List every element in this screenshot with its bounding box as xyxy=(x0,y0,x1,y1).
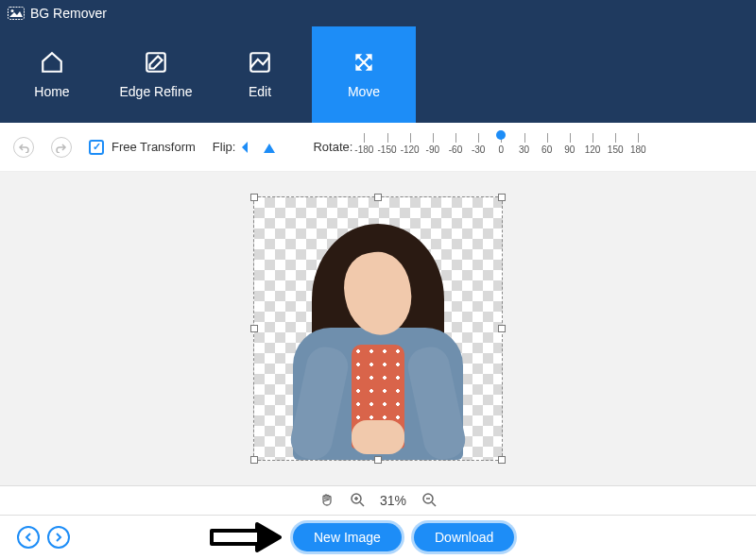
rotate-tick-label: -60 xyxy=(449,144,462,155)
subject-image xyxy=(293,214,463,460)
resize-handle[interactable] xyxy=(250,456,258,464)
button-label: Download xyxy=(435,530,493,545)
free-transform-label: Free Transform xyxy=(112,140,196,154)
button-label: New Image xyxy=(314,530,381,545)
resize-handle[interactable] xyxy=(374,456,382,464)
rotate-slider-handle[interactable] xyxy=(496,130,506,140)
rotate-tick-label: 60 xyxy=(541,144,552,155)
rotate-tick-label: 90 xyxy=(564,144,575,155)
flip-vertical-icon xyxy=(262,140,277,155)
rotate-tick-label: -90 xyxy=(426,144,439,155)
redo-button[interactable] xyxy=(51,137,72,158)
edge-refine-icon xyxy=(144,50,168,75)
flip-label: Flip: xyxy=(213,140,236,154)
rotate-tick-label: -180 xyxy=(354,144,373,155)
rotate-tick-label: 120 xyxy=(585,144,601,155)
rotate-tick-label: -30 xyxy=(472,144,485,155)
footer: New Image Download xyxy=(0,516,756,559)
zoom-out-button[interactable] xyxy=(421,492,437,510)
prev-button[interactable] xyxy=(17,526,40,549)
download-button[interactable]: Download xyxy=(414,523,514,551)
nav-label: Home xyxy=(34,84,69,99)
resize-handle[interactable] xyxy=(498,194,506,201)
nav-home[interactable]: Home xyxy=(0,26,104,123)
checkbox-icon xyxy=(89,140,104,155)
nav-label: Move xyxy=(348,84,380,99)
nav-edit[interactable]: Edit xyxy=(208,26,312,123)
nav-move[interactable]: Move xyxy=(312,26,416,123)
hand-icon xyxy=(319,492,335,507)
nav-label: Edge Refine xyxy=(119,84,192,99)
zoom-out-icon xyxy=(421,492,437,507)
resize-handle[interactable] xyxy=(250,194,258,201)
flip-horizontal-icon xyxy=(241,140,256,155)
canvas-area[interactable] xyxy=(0,172,756,485)
app-title: BG Remover xyxy=(30,6,107,21)
rotate-tick-label: 30 xyxy=(519,144,529,155)
pan-button[interactable] xyxy=(319,492,335,510)
rotate-tick-label: 150 xyxy=(608,144,624,155)
next-button[interactable] xyxy=(47,526,70,549)
resize-handle[interactable] xyxy=(374,194,382,201)
move-icon xyxy=(352,50,376,75)
nav-edge-refine[interactable]: Edge Refine xyxy=(104,26,208,123)
zoom-bar: 31% xyxy=(0,485,756,516)
undo-button[interactable] xyxy=(13,137,34,158)
home-icon xyxy=(40,50,64,75)
edit-icon xyxy=(248,50,272,75)
resize-handle[interactable] xyxy=(250,325,258,332)
transform-selection[interactable] xyxy=(253,196,503,461)
annotation-arrow-icon xyxy=(208,521,284,553)
rotate-tick-label: -120 xyxy=(401,144,420,155)
resize-handle[interactable] xyxy=(498,456,506,464)
free-transform-toggle[interactable]: Free Transform xyxy=(89,140,196,155)
chevron-right-icon xyxy=(55,533,62,542)
rotate-tick-label: 180 xyxy=(630,144,646,155)
rotate-label: Rotate: xyxy=(313,140,352,154)
zoom-in-icon xyxy=(350,492,365,507)
zoom-value: 31% xyxy=(380,493,406,508)
redo-icon xyxy=(56,142,67,153)
main-navbar: Home Edge Refine Edit Move xyxy=(0,26,756,123)
flip-horizontal-button[interactable] xyxy=(241,140,256,155)
nav-label: Edit xyxy=(249,84,271,99)
undo-icon xyxy=(18,142,29,153)
resize-handle[interactable] xyxy=(498,325,506,332)
rotate-tick-label: 0 xyxy=(499,144,505,155)
rotate-slider[interactable]: -180-150-120-90-60-300306090120150180 xyxy=(364,133,638,161)
svg-rect-0 xyxy=(9,8,25,20)
move-toolbar: Free Transform Flip: Rotate: -180-150-12… xyxy=(0,123,756,172)
app-logo-icon xyxy=(8,7,25,20)
titlebar: BG Remover xyxy=(0,0,756,26)
rotate-tick-label: -150 xyxy=(377,144,396,155)
flip-vertical-button[interactable] xyxy=(262,140,277,155)
chevron-left-icon xyxy=(25,533,32,542)
new-image-button[interactable]: New Image xyxy=(293,523,402,551)
svg-point-1 xyxy=(11,9,14,12)
zoom-in-button[interactable] xyxy=(350,492,365,510)
